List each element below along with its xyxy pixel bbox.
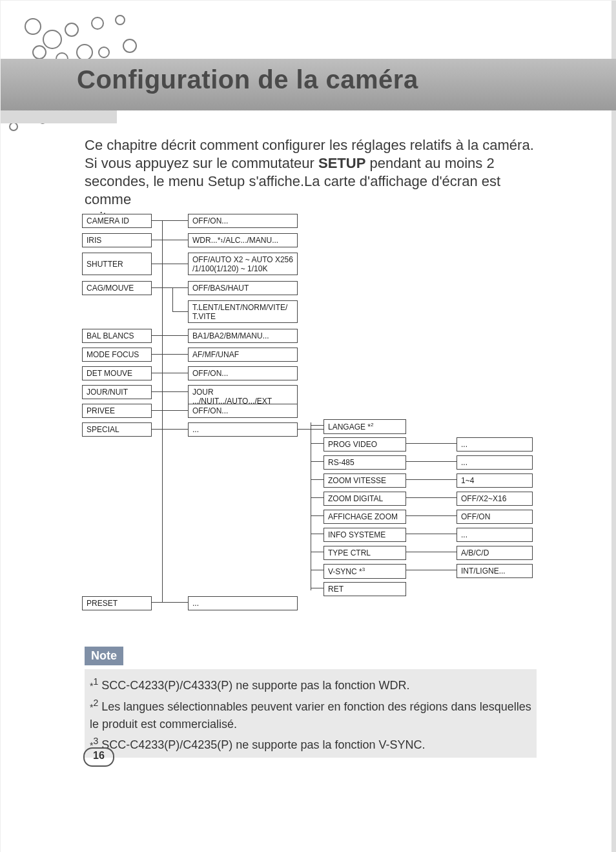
connector xyxy=(152,354,188,355)
setup-keyword: SETUP xyxy=(318,155,365,171)
note-2: Les langues sélectionnables peuvent vari… xyxy=(90,700,531,731)
menu-shutter: SHUTTER xyxy=(82,253,152,275)
sub-zoomdig: ZOOM DIGITAL xyxy=(323,492,406,506)
connector xyxy=(311,461,323,462)
svg-point-2 xyxy=(65,23,78,36)
connector xyxy=(311,422,311,590)
iris-pre: WDR...* xyxy=(192,236,220,245)
sub-typectrl-value: A/B/C/D xyxy=(457,546,533,560)
page-title: Configuration de la caméra xyxy=(77,65,418,94)
connector xyxy=(152,429,188,430)
intro-paragraph: Ce chapitre décrit comment configurer le… xyxy=(85,136,537,227)
sub-ret: RET xyxy=(323,582,406,596)
svg-point-5 xyxy=(123,39,136,52)
note-body: *1 SCC-C4233(P)/C4333(P) ne supporte pas… xyxy=(85,669,537,758)
menu-det-value: OFF/ON... xyxy=(188,366,298,380)
connector xyxy=(311,497,323,498)
menu-diagram: CAMERA ID OFF/ON... IRIS WDR...*1/ALC...… xyxy=(82,214,547,614)
menu-camera-id-value: OFF/ON... xyxy=(188,214,298,228)
document-page: Configuration de la caméra Ce chapitre d… xyxy=(0,0,616,852)
menu-iris-value: WDR...*1/ALC.../MANU... xyxy=(188,233,298,247)
page-number: 16 xyxy=(83,747,114,767)
sub-rs485: RS-485 xyxy=(323,455,406,470)
connector xyxy=(172,287,173,312)
sub-infosys-value: ... xyxy=(457,528,533,542)
menu-preset-value: ... xyxy=(188,596,298,610)
menu-cag-value: OFF/BAS/HAUT xyxy=(188,281,298,295)
shutter-l2: /1/100(1/120) ~ 1/10K xyxy=(192,264,293,273)
connector xyxy=(152,287,188,288)
note-section: Note *1 SCC-C4233(P)/C4333(P) ne support… xyxy=(85,647,537,758)
note-badge: Note xyxy=(85,647,123,665)
menu-privee: PRIVEE xyxy=(82,404,152,418)
menu-daynight: JOUR/NUIT xyxy=(82,385,152,399)
svg-point-3 xyxy=(92,17,103,29)
langage-sup: 2 xyxy=(371,422,373,428)
menu-camera-id: CAMERA ID xyxy=(82,214,152,228)
connector xyxy=(311,515,323,516)
connector xyxy=(152,391,188,392)
sub-vsync: V-SYNC *3 xyxy=(323,564,406,579)
connector xyxy=(152,264,188,264)
svg-point-1 xyxy=(43,30,61,48)
vsync-sup: 3 xyxy=(362,566,365,572)
intro-line2c: pendant au moins 2 xyxy=(365,155,494,171)
connector xyxy=(311,534,323,534)
menu-cag-extra: T.LENT/LENT/NORM/VITE/ T.VITE xyxy=(188,300,298,323)
connector xyxy=(406,515,457,516)
connector xyxy=(311,479,323,480)
connector xyxy=(311,443,323,444)
shutter-l1: OFF/AUTO X2 ~ AUTO X256 xyxy=(192,255,293,264)
sub-zoomvit: ZOOM VITESSE xyxy=(323,473,406,488)
menu-special: SPECIAL xyxy=(82,422,152,437)
connector xyxy=(311,425,323,426)
sub-progvideo: PROG VIDEO xyxy=(323,437,406,452)
connector xyxy=(406,479,457,480)
menu-iris: IRIS xyxy=(82,233,152,247)
vsync-pre: V-SYNC * xyxy=(328,567,362,576)
svg-point-4 xyxy=(116,16,125,25)
header-tab xyxy=(1,110,117,123)
connector xyxy=(152,220,188,221)
connector xyxy=(152,240,188,240)
sub-rs485-value: ... xyxy=(457,455,533,470)
cag-extra-l2: T.VITE xyxy=(192,312,293,321)
sub-langage: LANGAGE *2 xyxy=(323,419,406,434)
menu-special-value: ... xyxy=(188,422,298,437)
connector xyxy=(152,373,188,373)
iris-post: /ALC.../MANU... xyxy=(223,236,278,245)
connector xyxy=(406,497,457,498)
svg-point-9 xyxy=(99,47,109,57)
connector xyxy=(311,588,323,588)
langage-pre: LANGAGE * xyxy=(328,422,371,431)
sub-zoomdig-value: OFF/X2~X16 xyxy=(457,492,533,506)
connector xyxy=(406,534,457,534)
cag-extra-l1: T.LENT/LENT/NORM/VITE/ xyxy=(192,303,293,312)
connector xyxy=(406,443,457,444)
menu-det: DET MOUVE xyxy=(82,366,152,380)
menu-focus-value: AF/MF/UNAF xyxy=(188,348,298,362)
page-edge xyxy=(611,1,616,852)
svg-point-0 xyxy=(25,19,41,34)
connector xyxy=(152,335,188,336)
menu-bal: BAL BLANCS xyxy=(82,329,152,343)
sub-affzoom: AFFICHAGE ZOOM xyxy=(323,510,406,524)
menu-privee-value: OFF/ON... xyxy=(188,404,298,418)
sub-affzoom-value: OFF/ON xyxy=(457,510,533,524)
sub-zoomvit-value: 1~4 xyxy=(457,473,533,488)
menu-bal-value: BA1/BA2/BM/MANU... xyxy=(188,329,298,343)
menu-cag: CAG/MOUVE xyxy=(82,281,152,295)
intro-line3: secondes, le menu Setup s'affiche.La car… xyxy=(85,173,500,207)
menu-shutter-value: OFF/AUTO X2 ~ AUTO X256 /1/100(1/120) ~ … xyxy=(188,253,298,275)
sub-progvideo-value: ... xyxy=(457,437,533,452)
connector xyxy=(406,552,457,552)
menu-preset: PRESET xyxy=(82,596,152,610)
intro-line1: Ce chapitre décrit comment configurer le… xyxy=(85,137,534,153)
connector xyxy=(162,220,163,602)
connector xyxy=(311,552,323,552)
menu-focus: MODE FOCUS xyxy=(82,348,152,362)
note-1: SCC-C4233(P)/C4333(P) ne supporte pas la… xyxy=(98,679,409,692)
sub-vsync-value: INT/LIGNE... xyxy=(457,564,533,578)
connector xyxy=(152,602,188,603)
connector xyxy=(406,570,457,570)
